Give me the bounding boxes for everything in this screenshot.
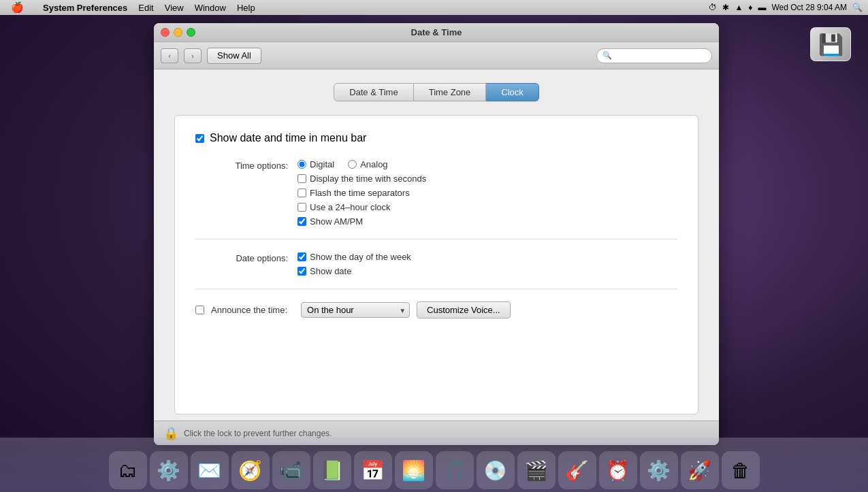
window-controls — [161, 28, 195, 37]
use-24hr-checkbox[interactable] — [298, 203, 306, 212]
separator-2 — [195, 289, 677, 289]
digital-analog-row: Digital Analog — [298, 159, 426, 169]
announce-time-checkbox[interactable] — [195, 306, 204, 314]
app-name-menu[interactable]: System Preferences — [37, 0, 133, 15]
dock-trash[interactable]: 🗑 — [722, 451, 760, 489]
customize-voice-button[interactable]: Customize Voice... — [417, 301, 511, 318]
lock-text: Click the lock to prevent further change… — [184, 429, 332, 438]
show-date-row: Show date — [298, 266, 411, 276]
back-button[interactable]: ‹ — [161, 48, 178, 63]
announce-time-row: Announce the time: On the hour On the ha… — [195, 301, 677, 318]
window-titlebar: Date & Time — [154, 23, 719, 42]
dock-facetime[interactable]: 📹 — [272, 451, 310, 489]
hd-image: 💾 — [810, 27, 851, 61]
dock-itunes[interactable]: 🎵 — [436, 451, 474, 489]
show-all-button[interactable]: Show All — [207, 48, 261, 64]
show-day-week-checkbox[interactable] — [298, 252, 306, 261]
dock-system-prefs[interactable]: ⚙️ — [150, 451, 188, 489]
analog-radio[interactable] — [348, 160, 357, 169]
apple-menu[interactable]: 🍎 — [5, 0, 29, 15]
display-seconds-label: Display the time with seconds — [310, 174, 426, 184]
show-day-week-row: Show the day of the week — [298, 252, 411, 262]
menu-bar: 🍎 System Preferences Edit View Window He… — [0, 0, 868, 15]
window-content: Date & Time Time Zone Clock Show date an… — [154, 69, 719, 428]
analog-label: Analog — [360, 159, 387, 169]
menu-bar-right: ⏱ ✱ ▲ ♦ ▬ Wed Oct 28 9:04 AM 🔍 — [709, 3, 863, 12]
digital-label: Digital — [310, 159, 334, 169]
show-date-time-row: Show date and time in menu bar — [195, 132, 677, 144]
close-button[interactable] — [161, 28, 170, 37]
dock-ical[interactable]: 📅 — [354, 451, 392, 489]
tab-date-time[interactable]: Date & Time — [334, 83, 414, 101]
use-24hr-label: Use a 24–hour clock — [310, 202, 391, 212]
dock-timemachine[interactable]: ⏰ — [599, 451, 637, 489]
show-date-label: Show date — [310, 266, 351, 276]
announce-time-label: Announce the time: — [211, 305, 294, 315]
spotlight-icon[interactable]: 🔍 — [852, 3, 863, 12]
dock-garageband[interactable]: 🎸 — [558, 451, 596, 489]
search-icon: 🔍 — [602, 51, 612, 60]
flash-separators-checkbox[interactable] — [298, 188, 306, 197]
show-date-time-checkbox[interactable] — [195, 134, 204, 143]
dock: 🗂 ⚙️ ✉️ 🧭 📹 📗 📅 🌅 🎵 💿 🎬 🎸 ⏰ ⚙️ 🚀 🗑 — [0, 438, 868, 492]
show-day-week-label: Show the day of the week — [310, 252, 411, 262]
help-menu[interactable]: Help — [231, 0, 261, 15]
battery-icon: ▬ — [758, 3, 766, 12]
date-options-label: Date options: — [195, 252, 298, 265]
flash-separators-row: Flash the time separators — [298, 188, 426, 198]
forward-button[interactable]: › — [184, 48, 202, 63]
bluetooth-icon: ✱ — [722, 3, 729, 12]
analog-radio-item: Analog — [348, 159, 387, 169]
view-menu[interactable]: View — [159, 0, 189, 15]
show-ampm-checkbox[interactable] — [298, 217, 306, 226]
tab-bar: Date & Time Time Zone Clock — [167, 83, 705, 101]
datetime-display: Wed Oct 28 9:04 AM — [771, 3, 847, 12]
time-machine-icon: ⏱ — [709, 3, 717, 12]
digital-radio[interactable] — [298, 160, 306, 169]
window-toolbar: ‹ › Show All 🔍 — [154, 42, 719, 69]
separator-1 — [195, 239, 677, 240]
digital-radio-item: Digital — [298, 159, 334, 169]
preferences-window: Date & Time ‹ › Show All 🔍 Date & Time T… — [154, 23, 719, 445]
tab-clock[interactable]: Clock — [486, 83, 539, 101]
volume-icon: ♦ — [748, 3, 752, 12]
show-ampm-label: Show AM/PM — [310, 216, 363, 227]
dock-sysprefs2[interactable]: ⚙️ — [640, 451, 678, 489]
show-ampm-row: Show AM/PM — [298, 216, 426, 227]
dock-dvd[interactable]: 💿 — [477, 451, 515, 489]
display-seconds-checkbox[interactable] — [298, 174, 306, 183]
flash-separators-label: Flash the time separators — [310, 188, 410, 198]
time-options-controls: Digital Analog Display the time with sec… — [298, 159, 426, 227]
hard-drive-icon[interactable]: 💾 — [807, 27, 854, 64]
dock-mail[interactable]: ✉️ — [191, 451, 229, 489]
time-options-label: Time options: — [195, 159, 298, 173]
wifi-icon: ▲ — [735, 3, 743, 12]
use-24hr-row: Use a 24–hour clock — [298, 202, 426, 212]
time-options-row: Time options: Digital Analog — [195, 159, 677, 227]
dock-iphoto[interactable]: 🌅 — [395, 451, 433, 489]
announce-dropdown-wrapper: On the hour On the half hour On the quar… — [301, 302, 410, 318]
search-box[interactable]: 🔍 — [596, 48, 712, 63]
dock-addressbook[interactable]: 📗 — [313, 451, 351, 489]
display-seconds-row: Display the time with seconds — [298, 174, 426, 184]
window-title: Date & Time — [411, 27, 462, 37]
dock-imovie[interactable]: 🎬 — [517, 451, 556, 489]
tab-time-zone[interactable]: Time Zone — [414, 83, 487, 101]
date-options-controls: Show the day of the week Show date — [298, 252, 411, 276]
maximize-button[interactable] — [187, 28, 195, 37]
pref-content-area: Show date and time in menu bar Time opti… — [174, 115, 698, 414]
window-menu[interactable]: Window — [189, 0, 231, 15]
dock-launchpad[interactable]: 🚀 — [681, 451, 719, 489]
minimize-button[interactable] — [174, 28, 182, 37]
show-date-checkbox[interactable] — [298, 267, 306, 276]
dock-finder[interactable]: 🗂 — [109, 451, 147, 489]
show-date-time-label: Show date and time in menu bar — [210, 132, 366, 144]
search-input[interactable] — [615, 51, 706, 61]
dock-safari[interactable]: 🧭 — [231, 451, 270, 489]
announce-dropdown[interactable]: On the hour On the half hour On the quar… — [301, 302, 410, 318]
edit-menu[interactable]: Edit — [133, 0, 159, 15]
date-options-row: Date options: Show the day of the week S… — [195, 252, 677, 276]
